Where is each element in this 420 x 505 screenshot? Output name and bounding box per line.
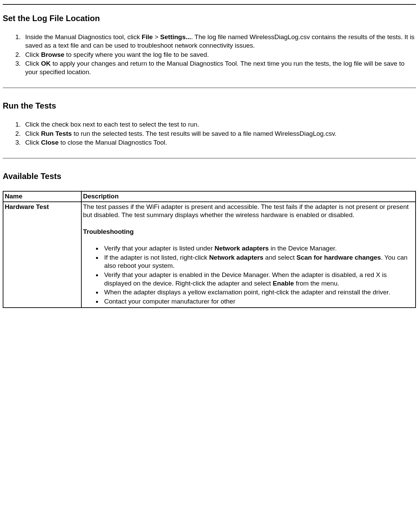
bold-text: Network adapters bbox=[214, 245, 269, 252]
bold-text: Enable bbox=[273, 280, 294, 287]
bold-text: Settings... bbox=[160, 33, 191, 40]
list-item: Verify that your adapter is listed under… bbox=[102, 244, 414, 253]
run-tests-steps: Click the check box next to each test to… bbox=[3, 120, 416, 147]
troubleshooting-heading: Troubleshooting bbox=[83, 228, 414, 236]
list-item: Inside the Manual Diagnostics tool, clic… bbox=[22, 33, 416, 50]
list-item: Click Run Tests to run the selected test… bbox=[22, 130, 416, 138]
heading-set-log-location: Set the Log File Location bbox=[3, 13, 416, 23]
col-header-name: Name bbox=[3, 191, 81, 202]
list-item: Click Browse to specify where you want t… bbox=[22, 51, 416, 59]
section-rule bbox=[3, 158, 416, 159]
bold-text: Browse bbox=[41, 51, 64, 58]
list-item: Verify that your adapter is enabled in t… bbox=[102, 271, 414, 288]
list-item: Click the check box next to each test to… bbox=[22, 120, 416, 129]
heading-run-tests: Run the Tests bbox=[3, 100, 416, 111]
bold-text: Close bbox=[41, 139, 59, 146]
table-header-row: Name Description bbox=[3, 191, 416, 202]
bold-text: Run Tests bbox=[41, 130, 71, 137]
description-text: The test passes if the WiFi adapter is p… bbox=[83, 203, 414, 219]
list-item: When the adapter displays a yellow excla… bbox=[102, 288, 414, 297]
bold-text: Network adapters bbox=[209, 254, 263, 261]
list-item: Contact your computer manufacturer for o… bbox=[102, 297, 414, 306]
troubleshooting-list: Verify that your adapter is listed under… bbox=[83, 244, 414, 306]
bold-text: File bbox=[142, 33, 153, 40]
available-tests-table: Name Description Hardware Test The test … bbox=[3, 191, 416, 308]
col-header-description: Description bbox=[81, 191, 416, 202]
list-item: If the adapter is not listed, right-clic… bbox=[102, 254, 414, 270]
list-item: Click Close to close the Manual Diagnost… bbox=[22, 139, 416, 147]
bold-text: OK bbox=[41, 60, 51, 67]
heading-available-tests: Available Tests bbox=[3, 171, 416, 181]
bold-text: Scan for hardware changes bbox=[296, 254, 381, 261]
section-rule bbox=[3, 87, 416, 88]
test-description-cell: The test passes if the WiFi adapter is p… bbox=[81, 202, 416, 308]
set-log-steps: Inside the Manual Diagnostics tool, clic… bbox=[3, 33, 416, 76]
test-name-cell: Hardware Test bbox=[3, 202, 81, 308]
top-rule bbox=[3, 4, 416, 5]
list-item: Click OK to apply your changes and retur… bbox=[22, 60, 416, 76]
table-row: Hardware Test The test passes if the WiF… bbox=[3, 202, 416, 308]
